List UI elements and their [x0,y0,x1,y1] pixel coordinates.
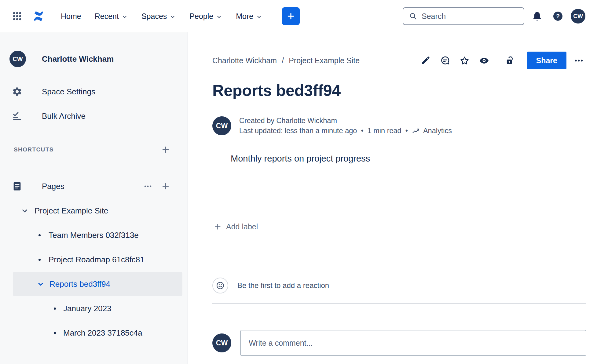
plus-icon [286,12,295,21]
help-icon: ? [552,11,563,22]
content-divider [212,303,586,304]
tree-item-january-2023[interactable]: January 2023 [0,296,188,321]
page-tree: Project Example Site Team Members 032f31… [0,198,188,345]
analytics-label: Analytics [423,126,452,136]
nav-people[interactable]: People [183,0,229,32]
primary-nav: Home Recent Spaces People More [54,0,269,32]
nav-recent[interactable]: Recent [88,0,135,32]
chevron-down-icon [20,206,29,215]
commenter-avatar-initials: CW [216,339,228,347]
profile-avatar[interactable]: CW [571,9,585,24]
space-header[interactable]: CW Charlotte Wickham [0,51,188,67]
tree-item-label: March 2023 37185c4a [63,328,142,338]
author-avatar[interactable]: CW [212,116,231,135]
unlock-icon [505,56,515,66]
nav-spaces-label: Spaces [141,12,167,21]
app-switcher-button[interactable] [12,11,22,21]
reaction-row: Be the first to add a reaction [212,278,586,293]
add-label-text: Add label [226,222,258,231]
shortcuts-section-header: SHORTCUTS [0,144,188,156]
updated-line: Last updated: less than a minute ago • 1… [239,126,452,136]
smiley-icon [216,281,225,290]
dot-separator: • [361,126,363,136]
pencil-icon [420,56,430,66]
nav-spaces[interactable]: Spaces [135,0,183,32]
chevron-down-icon [36,279,45,289]
breadcrumb-separator: / [282,56,284,65]
shortcuts-label: SHORTCUTS [14,146,54,153]
sidebar-item-label: Space Settings [42,87,95,96]
confluence-logo-icon [31,9,46,23]
tree-item-label: Reports bed3ff94 [49,279,110,289]
favourite-button[interactable] [457,53,472,68]
sidebar-item-bulk-archive[interactable]: Bulk Archive [0,104,188,128]
breadcrumb-parent-link[interactable]: Project Example Site [289,56,360,65]
page-content: Charlotte Wickham / Project Example Site… [188,32,597,364]
sidebar-item-space-settings[interactable]: Space Settings [0,79,188,104]
author-avatar-initials: CW [216,122,228,130]
watch-button[interactable] [477,53,492,68]
eye-icon [479,56,489,66]
notifications-button[interactable] [529,8,545,24]
page-header-row: Charlotte Wickham / Project Example Site… [212,53,586,68]
tree-item-label: Project Example Site [35,206,108,216]
sidebar-menu: Space Settings Bulk Archive [0,79,188,128]
nav-recent-label: Recent [95,12,119,21]
help-button[interactable]: ? [550,8,566,24]
analytics-link[interactable]: Analytics [412,126,452,136]
pages-section-header[interactable]: Pages [0,174,188,198]
nav-more[interactable]: More [229,0,269,32]
edit-button[interactable] [418,53,433,68]
pages-icon [12,181,22,191]
gear-icon [12,86,22,97]
comment-bubble-icon [440,56,450,66]
tree-item-project-roadmap[interactable]: Project Roadmap 61c8fc81 [0,247,188,272]
nav-home-label: Home [61,12,81,21]
share-button[interactable]: Share [527,52,566,69]
last-updated-text[interactable]: Last updated: less than a minute ago [239,126,357,136]
tree-item-reports-selected[interactable]: Reports bed3ff94 [13,272,182,296]
plus-icon [161,145,170,154]
ellipsis-icon [574,56,584,66]
add-reaction-button[interactable] [212,278,228,293]
comment-row: CW [212,330,586,356]
byline: CW Created by Charlotte Wickham Last upd… [212,116,586,136]
bullet-icon [54,332,56,334]
tree-item-label: Team Members 032f313e [49,231,139,240]
plus-icon [161,182,170,191]
commenter-avatar: CW [212,333,231,352]
tree-item-project-example-site[interactable]: Project Example Site [0,198,188,223]
search-input[interactable] [422,12,518,21]
search-box[interactable] [403,7,524,25]
bullet-icon [54,308,56,310]
created-by-line: Created by Charlotte Wickham [239,116,452,126]
bell-icon [532,11,543,22]
tree-item-march-2023[interactable]: March 2023 37185c4a [0,321,188,345]
breadcrumb-space-link[interactable]: Charlotte Wickham [212,56,277,65]
comment-input[interactable] [240,330,586,356]
topbar-right-group: ? CW [403,7,585,25]
add-page-button[interactable] [161,182,170,191]
nav-more-label: More [236,12,253,21]
comments-button[interactable] [438,53,452,68]
pages-more-button[interactable] [143,182,152,191]
app-grid-icon [12,11,22,21]
restrictions-button[interactable] [503,53,517,68]
bullet-icon [38,234,41,236]
add-shortcut-button[interactable] [161,145,170,154]
analytics-chart-icon [412,127,420,135]
page-title: Reports bed3ff94 [212,81,586,100]
star-icon [460,56,470,66]
more-actions-button[interactable] [571,53,586,68]
confluence-logo[interactable] [31,9,46,23]
create-button[interactable] [282,7,300,25]
top-navigation-bar: Home Recent Spaces People More ? [0,0,597,32]
plus-icon [214,223,222,231]
space-avatar-initials: CW [13,56,23,63]
add-label-button[interactable]: Add label [212,220,261,233]
nav-home[interactable]: Home [54,0,88,32]
sidebar-item-label: Bulk Archive [42,111,86,121]
space-avatar: CW [9,51,26,67]
tree-item-team-members[interactable]: Team Members 032f313e [0,223,188,247]
page-body-text: Monthly reports on project progress [212,154,586,164]
